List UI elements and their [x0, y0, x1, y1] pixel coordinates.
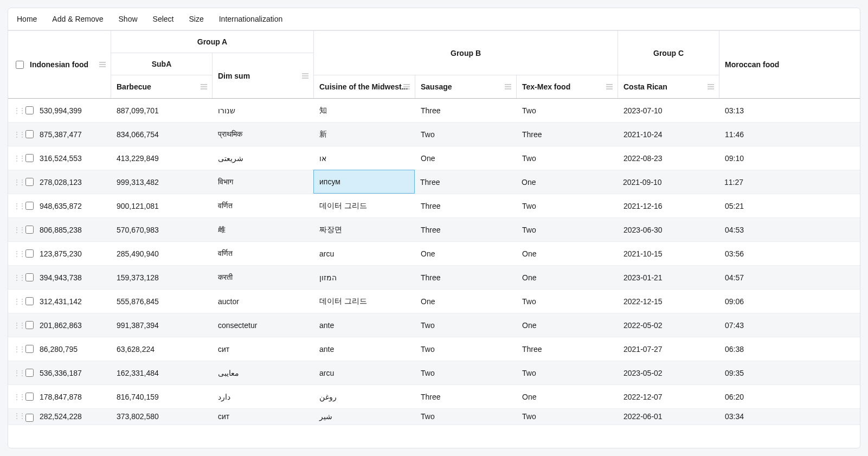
column-group-b[interactable]: Group B: [314, 31, 618, 75]
menu-size[interactable]: Size: [189, 15, 203, 23]
table-cell[interactable]: 2023-01-21: [618, 266, 719, 289]
table-row[interactable]: ⋮⋮316,524,553413,229,849شریعتیאוOneTwo20…: [8, 146, 860, 170]
row-checkbox[interactable]: [25, 345, 34, 353]
table-cell[interactable]: arcu: [314, 242, 415, 265]
table-cell[interactable]: ⋮⋮806,885,238: [8, 218, 111, 241]
drag-handle-icon[interactable]: ⋮⋮: [14, 202, 19, 210]
table-row[interactable]: ⋮⋮536,336,187162,331,484معایبیarcuTwoTwo…: [8, 361, 860, 385]
table-row[interactable]: ⋮⋮282,524,228373,802,580ситشیرTwoTwo2022…: [8, 409, 860, 425]
table-cell[interactable]: 2023-05-02: [618, 361, 719, 384]
table-cell-selected[interactable]: ипсум: [313, 170, 415, 194]
table-cell[interactable]: Two: [517, 218, 618, 241]
table-cell[interactable]: One: [516, 170, 618, 194]
table-cell[interactable]: ante: [314, 313, 415, 337]
table-cell[interactable]: 2022-05-02: [618, 313, 719, 337]
table-cell[interactable]: روغن: [314, 385, 415, 408]
table-cell[interactable]: 新: [314, 123, 415, 146]
table-cell[interactable]: Two: [517, 290, 618, 313]
table-cell[interactable]: ⋮⋮201,862,863: [8, 313, 111, 337]
drag-handle-icon[interactable]: ⋮⋮: [14, 298, 19, 305]
table-cell[interactable]: 2021-12-16: [618, 194, 719, 217]
table-cell[interactable]: Two: [517, 409, 618, 425]
row-checkbox[interactable]: [25, 273, 34, 281]
column-menu-icon[interactable]: [301, 73, 309, 79]
table-cell[interactable]: प्राथमिक: [213, 123, 314, 146]
table-cell[interactable]: сит: [213, 337, 314, 361]
column-header-moroccan[interactable]: Moroccan food: [719, 31, 860, 98]
row-checkbox[interactable]: [25, 106, 34, 114]
drag-handle-icon[interactable]: ⋮⋮: [14, 393, 19, 401]
table-cell[interactable]: ⋮⋮530,994,399: [8, 99, 111, 122]
column-menu-icon[interactable]: [403, 84, 410, 90]
table-cell[interactable]: Three: [415, 218, 517, 241]
table-cell[interactable]: 555,876,845: [111, 290, 213, 313]
table-cell[interactable]: वर्णित: [213, 242, 314, 265]
menu-add-remove[interactable]: Add & Remove: [52, 15, 103, 23]
table-cell[interactable]: معایبی: [213, 361, 314, 384]
table-cell[interactable]: One: [415, 290, 517, 313]
table-cell[interactable]: 05:21: [719, 194, 860, 217]
column-group-suba[interactable]: SubA: [111, 53, 213, 75]
row-checkbox[interactable]: [25, 393, 34, 401]
drag-handle-icon[interactable]: ⋮⋮: [14, 131, 19, 138]
drag-handle-icon[interactable]: ⋮⋮: [14, 412, 19, 420]
table-cell[interactable]: ⋮⋮948,635,872: [8, 194, 111, 217]
table-cell[interactable]: 06:20: [719, 385, 860, 408]
table-row[interactable]: ⋮⋮948,635,872900,121,081वर्णित데이터 그리드Thr…: [8, 194, 860, 218]
table-cell[interactable]: Two: [415, 409, 517, 425]
table-cell[interactable]: 04:57: [719, 266, 860, 289]
table-cell[interactable]: Three: [415, 385, 517, 408]
table-cell[interactable]: 06:38: [719, 337, 860, 361]
table-cell[interactable]: 11:46: [719, 123, 860, 146]
table-cell[interactable]: 2022-06-01: [618, 409, 719, 425]
table-cell[interactable]: 162,331,484: [111, 361, 213, 384]
table-cell[interactable]: Two: [517, 99, 618, 122]
table-cell[interactable]: ante: [314, 337, 415, 361]
row-checkbox[interactable]: [25, 369, 34, 377]
column-menu-icon[interactable]: [606, 84, 613, 90]
table-cell[interactable]: 09:06: [719, 290, 860, 313]
row-checkbox[interactable]: [25, 202, 34, 210]
table-cell[interactable]: 413,229,849: [111, 146, 213, 170]
table-cell[interactable]: شریعتی: [213, 146, 314, 170]
table-cell[interactable]: 2023-07-10: [618, 99, 719, 122]
table-row[interactable]: ⋮⋮806,885,238570,670,983雌짜장면ThreeTwo2023…: [8, 218, 860, 242]
table-row[interactable]: ⋮⋮123,875,230285,490,940वर्णितarcuOneOne…: [8, 242, 860, 266]
drag-handle-icon[interactable]: ⋮⋮: [14, 369, 19, 377]
table-cell[interactable]: دارد: [213, 385, 314, 408]
row-checkbox[interactable]: [25, 321, 34, 329]
menu-show[interactable]: Show: [119, 15, 138, 23]
column-header-sausage[interactable]: Sausage: [415, 75, 517, 98]
table-cell[interactable]: Three: [415, 170, 516, 194]
table-cell[interactable]: Two: [415, 123, 517, 146]
drag-handle-icon[interactable]: ⋮⋮: [14, 178, 19, 186]
row-checkbox[interactable]: [25, 130, 34, 138]
column-header-barbecue[interactable]: Barbecue: [111, 75, 213, 98]
column-group-c[interactable]: Group C: [618, 31, 719, 75]
table-row[interactable]: ⋮⋮201,862,863991,387,394consecteturanteT…: [8, 313, 860, 337]
table-cell[interactable]: 03:56: [719, 242, 860, 265]
table-cell[interactable]: 知: [314, 99, 415, 122]
table-row[interactable]: ⋮⋮530,994,399887,099,701שנורו知ThreeTwo20…: [8, 99, 860, 123]
table-cell[interactable]: 991,387,394: [111, 313, 213, 337]
drag-handle-icon[interactable]: ⋮⋮: [14, 155, 19, 162]
table-cell[interactable]: Three: [517, 123, 618, 146]
table-cell[interactable]: ⋮⋮312,431,142: [8, 290, 111, 313]
table-cell[interactable]: сит: [213, 409, 314, 425]
row-checkbox[interactable]: [25, 249, 34, 258]
table-cell[interactable]: ⋮⋮394,943,738: [8, 266, 111, 289]
table-cell[interactable]: 09:35: [719, 361, 860, 384]
table-cell[interactable]: 雌: [213, 218, 314, 241]
column-group-a[interactable]: Group A: [111, 31, 314, 53]
table-cell[interactable]: שנורו: [213, 99, 314, 122]
table-cell[interactable]: One: [517, 313, 618, 337]
table-row[interactable]: ⋮⋮394,943,738159,373,128करतीהמזוןThreeOn…: [8, 266, 860, 290]
table-cell[interactable]: Two: [415, 361, 517, 384]
row-checkbox[interactable]: [25, 226, 34, 234]
table-cell[interactable]: Three: [415, 99, 517, 122]
table-cell[interactable]: ⋮⋮536,336,187: [8, 361, 111, 384]
table-cell[interactable]: ⋮⋮875,387,477: [8, 123, 111, 146]
table-cell[interactable]: 03:34: [719, 409, 860, 425]
row-checkbox[interactable]: [25, 178, 34, 186]
column-header-costarican[interactable]: Costa Rican: [618, 75, 719, 98]
